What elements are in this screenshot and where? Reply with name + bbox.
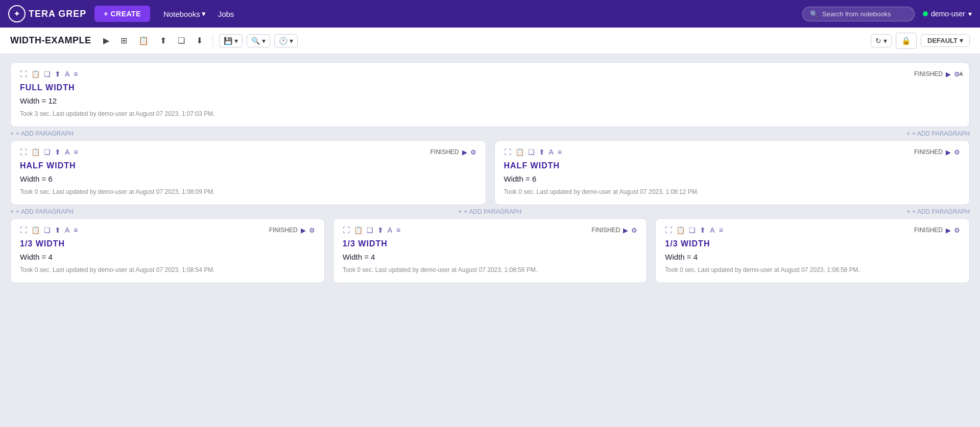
cell-status-h1: FINISHED ▶ ⚙ — [430, 148, 476, 156]
create-button[interactable]: + CREATE — [94, 6, 150, 22]
add-paragraph-right[interactable]: + + ADD PARAGRAPH — [906, 130, 970, 137]
layout-button[interactable]: ⊞ — [117, 33, 131, 48]
code-button[interactable]: 📋 — [135, 33, 152, 48]
half-width-cell-1: ⛶ 📋 ❏ ⬆ A ≡ FINISHED ▶ ⚙ HALF WIDTH Widt… — [10, 140, 486, 205]
half-width-title-1: HALF WIDTH — [20, 161, 476, 170]
list-icon-t3[interactable]: ≡ — [719, 226, 723, 234]
search-dropdown[interactable]: 🔍 ▾ — [247, 34, 270, 47]
list-icon-h1[interactable]: ≡ — [74, 148, 78, 156]
cell-status-t2: FINISHED ▶ ⚙ — [591, 227, 637, 234]
download-button[interactable]: ⬇ — [193, 33, 206, 48]
list-icon-t1[interactable]: ≡ — [74, 226, 78, 234]
copy-icon-h1[interactable]: 📋 — [31, 148, 40, 156]
list-icon[interactable]: ≡ — [74, 70, 78, 78]
collapse-button[interactable]: ▴ — [959, 68, 963, 78]
expand-icon-h2[interactable]: ⛶ — [504, 148, 511, 156]
copy-icon-h2[interactable]: 📋 — [515, 148, 524, 156]
expand-icon[interactable]: ⛶ — [20, 70, 27, 78]
upload-icon[interactable]: ⬆ — [55, 70, 61, 78]
add-paragraph-thirds-right[interactable]: + + ADD PARAGRAPH — [906, 208, 970, 215]
gear-icon-t3[interactable]: ⚙ — [954, 227, 960, 234]
run-button[interactable]: ▶ — [100, 33, 113, 48]
copy-icon[interactable]: 📋 — [31, 70, 40, 78]
expand-icon-h1[interactable]: ⛶ — [20, 148, 27, 156]
expand-icon-t1[interactable]: ⛶ — [20, 226, 27, 234]
play-icon-t2[interactable]: ▶ — [623, 227, 628, 234]
status-text-h2: FINISHED — [914, 148, 943, 156]
add-paragraph-left[interactable]: + + ADD PARAGRAPH — [10, 130, 74, 137]
gear-icon-t1[interactable]: ⚙ — [309, 227, 315, 234]
duplicate-icon[interactable]: ❏ — [44, 70, 51, 78]
full-width-cell: ▴ ⛶ 📋 ❏ ⬆ A ≡ FINISHED ▶ ⚙ FULL WIDTH Wi… — [10, 62, 970, 127]
cell-toolbar-t3: ⛶ 📋 ❏ ⬆ A ≡ FINISHED ▶ ⚙ — [665, 226, 960, 234]
gear-icon-h1[interactable]: ⚙ — [470, 148, 476, 156]
duplicate-icon-t1[interactable]: ❏ — [44, 226, 51, 234]
duplicate-icon-t2[interactable]: ❏ — [367, 226, 373, 234]
jobs-nav[interactable]: Jobs — [213, 7, 240, 21]
upload-icon-t2[interactable]: ⬆ — [377, 226, 384, 234]
full-width-meta: Took 3 sec. Last updated by demo-user at… — [20, 110, 960, 117]
default-dropdown[interactable]: DEFAULT ▾ — [921, 34, 970, 47]
play-icon-t3[interactable]: ▶ — [946, 227, 951, 234]
third-width-row: ⛶ 📋 ❏ ⬆ A ≡ FINISHED ▶ ⚙ 1/3 WIDTH Width… — [10, 218, 970, 283]
duplicate-icon-t3[interactable]: ❏ — [689, 226, 696, 234]
cell-status-t3: FINISHED ▶ ⚙ — [914, 227, 960, 234]
upload-icon-h2[interactable]: ⬆ — [539, 148, 545, 156]
cell-status-t1: FINISHED ▶ ⚙ — [269, 227, 315, 234]
upload-button[interactable]: ⬆ — [156, 33, 170, 48]
search-chevron: ▾ — [262, 37, 266, 45]
third-width-output-3: Width = 4 — [665, 253, 960, 261]
copy-icon-t3[interactable]: 📋 — [676, 226, 685, 234]
search-box[interactable]: 🔍 Search from notebooks — [802, 7, 915, 21]
copy-icon-t2[interactable]: 📋 — [354, 226, 363, 234]
upload-icon-t3[interactable]: ⬆ — [700, 226, 706, 234]
gear-icon-h2[interactable]: ⚙ — [954, 148, 960, 156]
copy-icon-t1[interactable]: 📋 — [31, 226, 40, 234]
font-icon-t3[interactable]: A — [710, 226, 714, 234]
add-paragraph-between-row1: + + ADD PARAGRAPH + + ADD PARAGRAPH — [10, 127, 970, 140]
third-width-title-1: 1/3 WIDTH — [20, 239, 315, 248]
third-width-cell-1: ⛶ 📋 ❏ ⬆ A ≡ FINISHED ▶ ⚙ 1/3 WIDTH Width… — [10, 218, 325, 283]
gear-icon-t2[interactable]: ⚙ — [631, 227, 637, 234]
cell-toolbar-t1: ⛶ 📋 ❏ ⬆ A ≡ FINISHED ▶ ⚙ — [20, 226, 315, 234]
duplicate-icon-h2[interactable]: ❏ — [528, 148, 535, 156]
add-paragraph-thirds-center[interactable]: + + ADD PARAGRAPH — [459, 208, 522, 215]
play-icon-t1[interactable]: ▶ — [301, 227, 306, 234]
user-area[interactable]: demo-user ▾ — [923, 10, 972, 18]
clock-dropdown[interactable]: 🕐 ▾ — [274, 34, 298, 47]
upload-icon-t1[interactable]: ⬆ — [55, 226, 61, 234]
font-icon[interactable]: A — [65, 70, 69, 78]
toolbar-separator — [212, 35, 213, 47]
font-icon-t1[interactable]: A — [65, 226, 69, 234]
expand-icon-t3[interactable]: ⛶ — [665, 226, 672, 234]
play-icon-full[interactable]: ▶ — [946, 70, 951, 78]
refresh-button[interactable]: ↻ ▾ — [871, 34, 892, 47]
duplicate-button[interactable]: ❏ — [174, 33, 188, 48]
user-status-dot — [923, 11, 928, 16]
third-width-title-2: 1/3 WIDTH — [343, 239, 638, 248]
refresh-chevron: ▾ — [883, 37, 887, 45]
font-icon-h1[interactable]: A — [65, 148, 69, 156]
save-dropdown[interactable]: 💾 ▾ — [219, 34, 243, 47]
play-icon-h1[interactable]: ▶ — [462, 148, 467, 156]
default-chevron: ▾ — [960, 37, 963, 44]
list-icon-h2[interactable]: ≡ — [558, 148, 562, 156]
lock-button[interactable]: 🔒 — [896, 33, 917, 49]
status-text-t1: FINISHED — [269, 227, 298, 234]
notebooks-nav[interactable]: Notebooks ▾ — [158, 6, 211, 21]
add-paragraph-thirds-left[interactable]: + + ADD PARAGRAPH — [10, 208, 74, 215]
notebook-title: WIDTH-EXAMPLE — [10, 35, 91, 46]
font-icon-t2[interactable]: A — [388, 226, 392, 234]
upload-icon-h1[interactable]: ⬆ — [55, 148, 61, 156]
play-icon-h2[interactable]: ▶ — [946, 148, 951, 156]
add-paragraph-between-row2: + + ADD PARAGRAPH + + ADD PARAGRAPH + + … — [10, 205, 970, 218]
half-width-output-2: Width = 6 — [504, 174, 961, 183]
cell-toolbar-full: ⛶ 📋 ❏ ⬆ A ≡ FINISHED ▶ ⚙ — [20, 70, 960, 78]
plus-icon-tl: + — [10, 208, 14, 215]
expand-icon-t2[interactable]: ⛶ — [343, 226, 350, 234]
list-icon-t2[interactable]: ≡ — [396, 226, 400, 234]
add-paragraph-label-left: + ADD PARAGRAPH — [16, 130, 74, 137]
font-icon-h2[interactable]: A — [549, 148, 554, 156]
duplicate-icon-h1[interactable]: ❏ — [44, 148, 51, 156]
search-icon: 🔍 — [810, 10, 818, 18]
